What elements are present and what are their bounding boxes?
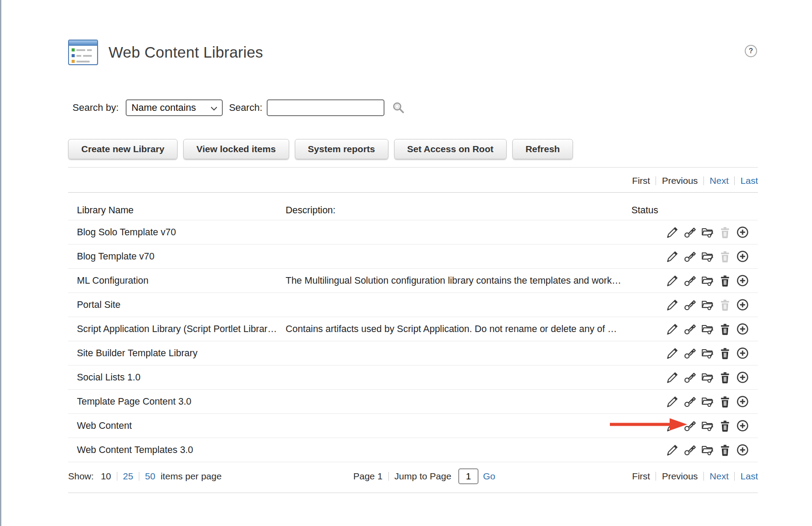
set-access-on-contents-button[interactable] [701,322,714,336]
edit-button[interactable] [666,322,679,336]
last-page-link[interactable]: Last [740,471,758,482]
set-access-on-contents-button[interactable] [701,347,714,360]
set-access-on-contents-button[interactable] [701,298,714,311]
create-new-library-button[interactable]: Create new Library [68,139,178,159]
set-permissions-button[interactable] [683,298,696,311]
search-input[interactable] [267,99,384,116]
search-submit-button[interactable] [392,101,406,115]
plus-circle-icon [736,419,749,432]
set-permissions-button[interactable] [683,443,696,457]
edit-button[interactable] [666,250,679,263]
delete-button[interactable] [718,371,732,384]
plus-circle-icon [736,226,749,239]
add-button[interactable] [736,347,749,360]
next-page-link[interactable]: Next [710,471,729,482]
set-permissions-button[interactable] [683,226,696,239]
folder-key-icon [701,419,714,432]
table-row: ML Configuration The Multilingual Soluti… [68,269,758,293]
library-name: ML Configuration [77,275,286,286]
add-button[interactable] [736,250,749,263]
page-size-50[interactable]: 50 [145,471,155,482]
row-actions [666,443,749,457]
table-row: Site Builder Template Library [68,341,758,365]
delete-button[interactable] [718,347,732,360]
table-header: Library Name Description: Status [68,202,758,220]
previous-page-link: Previous [662,175,698,186]
add-button[interactable] [736,371,749,384]
help-icon[interactable]: ? [745,45,757,57]
edit-button[interactable] [666,298,679,311]
set-access-on-contents-button[interactable] [701,395,714,408]
set-access-on-root-button[interactable]: Set Access on Root [394,139,507,159]
first-page-link: First [632,175,650,186]
add-button[interactable] [736,226,749,239]
folder-key-icon [701,347,714,360]
go-button[interactable]: Go [483,471,495,482]
search-by-select[interactable]: Name contains [126,99,223,116]
set-permissions-button[interactable] [683,250,696,263]
edit-button[interactable] [666,347,679,360]
delete-button[interactable] [718,395,732,408]
set-permissions-button[interactable] [683,322,696,336]
set-access-on-contents-button[interactable] [701,443,714,457]
plus-circle-icon [736,322,749,336]
delete-button[interactable] [718,274,732,287]
key-icon [683,443,696,457]
set-access-on-contents-button[interactable] [701,371,714,384]
set-access-on-contents-button[interactable] [701,250,714,263]
edit-button[interactable] [666,226,679,239]
pencil-icon [666,443,679,457]
add-button[interactable] [736,274,749,287]
pencil-icon [666,274,679,287]
delete-button[interactable] [718,443,732,457]
add-button[interactable] [736,298,749,311]
table-row: Blog Solo Template v70 [68,220,758,245]
divider [68,192,758,193]
previous-page-link: Previous [662,471,698,482]
jump-to-page-input[interactable] [458,468,478,484]
toolbar: Create new Library View locked items Sys… [68,139,573,159]
set-access-on-contents-button[interactable] [701,419,714,432]
add-button[interactable] [736,322,749,336]
folder-key-icon [701,298,714,311]
divider [68,167,758,168]
add-button[interactable] [736,443,749,457]
set-access-on-contents-button[interactable] [701,274,714,287]
edit-button[interactable] [666,274,679,287]
system-reports-button[interactable]: System reports [295,139,388,159]
delete-button [718,250,732,263]
next-page-link[interactable]: Next [710,175,729,186]
folder-key-icon [701,274,714,287]
delete-button[interactable] [718,419,732,432]
magnifier-icon [392,110,406,116]
pencil-icon [666,226,679,239]
view-locked-items-button[interactable]: View locked items [183,139,289,159]
row-actions [666,347,749,360]
row-actions [666,371,749,384]
set-permissions-button[interactable] [683,347,696,360]
set-permissions-button[interactable] [683,371,696,384]
set-access-on-contents-button[interactable] [701,226,714,239]
page-size-25[interactable]: 25 [123,471,133,482]
key-icon [683,322,696,336]
folder-key-icon [701,443,714,457]
add-button[interactable] [736,419,749,432]
folder-key-icon [701,395,714,408]
set-permissions-button[interactable] [683,274,696,287]
trash-icon [718,443,732,457]
library-name: Web Content [77,420,286,431]
refresh-button[interactable]: Refresh [512,139,573,159]
last-page-link[interactable]: Last [740,175,758,186]
edit-button[interactable] [666,371,679,384]
edit-button[interactable] [666,443,679,457]
plus-circle-icon [736,250,749,263]
set-permissions-button[interactable] [683,395,696,408]
delete-button[interactable] [718,322,732,336]
edit-button[interactable] [666,395,679,408]
table-row: Social Lists 1.0 [68,365,758,390]
table-row: Portal Site [68,293,758,317]
pagination-bottom: First Previous Next Last [632,471,758,482]
add-button[interactable] [736,395,749,408]
pagination-top: First Previous Next Last [632,174,758,187]
row-actions [666,226,749,239]
